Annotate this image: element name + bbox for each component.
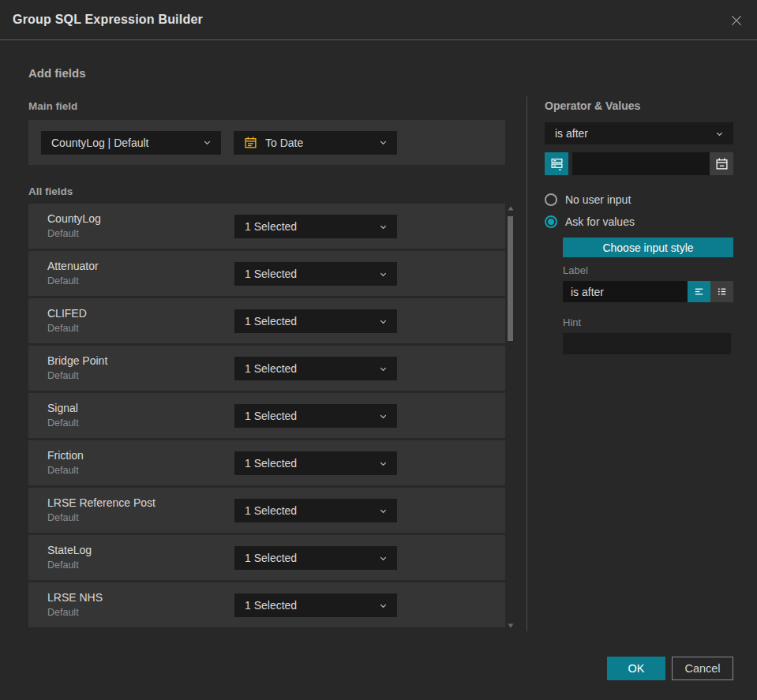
calendar-icon bbox=[244, 136, 257, 149]
chevron-down-icon bbox=[379, 223, 388, 231]
field-selected-dropdown[interactable]: 1 Selected bbox=[234, 215, 397, 238]
main-field-label: Main field bbox=[28, 100, 505, 112]
add-fields-heading: Add fields bbox=[28, 66, 86, 80]
radio-icon bbox=[545, 193, 557, 206]
field-row: LRSE Reference Post Default 1 Selected bbox=[28, 488, 505, 533]
operator-values-panel: Operator & Values is after bbox=[545, 95, 733, 354]
field-row: LRSE NHS Default 1 Selected bbox=[28, 582, 505, 627]
radio-icon bbox=[545, 215, 557, 228]
fields-panel: Main field CountyLog | Default bbox=[28, 95, 505, 630]
main-field-select[interactable]: CountyLog | Default bbox=[41, 131, 221, 155]
chevron-down-icon bbox=[379, 554, 388, 563]
all-fields-label: All fields bbox=[28, 185, 505, 197]
group-sql-expression-builder-dialog: Group SQL Expression Builder Add fields … bbox=[0, 0, 757, 700]
field-row: CLIFED Default 1 Selected bbox=[28, 298, 505, 343]
label-input[interactable] bbox=[563, 281, 688, 302]
field-selected-value: 1 Selected bbox=[245, 220, 297, 233]
field-selected-dropdown[interactable]: 1 Selected bbox=[234, 546, 397, 570]
chevron-down-icon bbox=[379, 270, 388, 279]
scroll-down-icon[interactable] bbox=[507, 623, 514, 629]
chevron-down-icon bbox=[203, 138, 212, 147]
chevron-down-icon bbox=[379, 459, 388, 468]
close-icon[interactable] bbox=[727, 11, 746, 30]
main-field-select-value: CountyLog | Default bbox=[51, 137, 149, 149]
field-selected-dropdown[interactable]: 1 Selected bbox=[234, 309, 397, 333]
field-selected-value: 1 Selected bbox=[245, 504, 297, 517]
operator-select[interactable]: is after bbox=[545, 122, 733, 144]
single-line-style-icon[interactable] bbox=[688, 281, 710, 302]
value-type-icon[interactable] bbox=[545, 152, 568, 175]
radio-option[interactable]: No user input bbox=[545, 193, 733, 206]
hint-label: Hint bbox=[563, 316, 733, 328]
main-field-box: CountyLog | Default bbox=[28, 120, 505, 165]
field-selected-dropdown[interactable]: 1 Selected bbox=[234, 404, 397, 428]
list-style-icon[interactable] bbox=[710, 281, 733, 302]
all-fields-list: CountyLog Default 1 Selected Attenuator … bbox=[28, 204, 505, 627]
date-value-row bbox=[545, 152, 733, 175]
panel-divider bbox=[527, 96, 527, 631]
dialog-header: Group SQL Expression Builder bbox=[0, 0, 757, 40]
calendar-picker-icon[interactable] bbox=[710, 152, 733, 175]
field-selected-dropdown[interactable]: 1 Selected bbox=[234, 593, 397, 617]
field-type-select[interactable]: To Date bbox=[234, 131, 397, 155]
user-input-radio-group: No user input Ask for values bbox=[545, 193, 733, 228]
field-row: Attenuator Default 1 Selected bbox=[28, 251, 505, 296]
field-selected-dropdown[interactable]: 1 Selected bbox=[234, 451, 397, 475]
chevron-down-icon bbox=[379, 365, 388, 373]
choose-input-style-button[interactable]: Choose input style bbox=[563, 238, 733, 257]
field-selected-value: 1 Selected bbox=[245, 457, 297, 470]
field-selected-value: 1 Selected bbox=[245, 599, 297, 612]
field-selected-dropdown[interactable]: 1 Selected bbox=[234, 262, 397, 286]
field-selected-value: 1 Selected bbox=[245, 410, 297, 422]
dialog-footer: OK Cancel bbox=[607, 657, 733, 680]
operator-values-heading: Operator & Values bbox=[545, 99, 733, 112]
chevron-down-icon bbox=[379, 507, 388, 515]
field-row: StateLog Default 1 Selected bbox=[28, 535, 505, 580]
field-row: CountyLog Default 1 Selected bbox=[28, 204, 505, 249]
chevron-down-icon bbox=[715, 129, 724, 138]
radio-option[interactable]: Ask for values bbox=[545, 215, 733, 228]
chevron-down-icon bbox=[379, 138, 388, 147]
field-selected-value: 1 Selected bbox=[245, 268, 297, 280]
field-row: Signal Default 1 Selected bbox=[28, 393, 505, 438]
field-selected-dropdown[interactable]: 1 Selected bbox=[234, 357, 397, 380]
label-label: Label bbox=[563, 264, 733, 276]
hint-input[interactable] bbox=[563, 333, 731, 354]
scrollbar-thumb[interactable] bbox=[508, 216, 513, 341]
dialog-title: Group SQL Expression Builder bbox=[13, 13, 203, 27]
field-type-select-value: To Date bbox=[265, 137, 303, 149]
chevron-down-icon bbox=[379, 317, 388, 326]
scroll-up-icon[interactable] bbox=[507, 205, 514, 211]
radio-option-label: No user input bbox=[565, 193, 631, 206]
field-selected-dropdown[interactable]: 1 Selected bbox=[234, 499, 397, 522]
label-row bbox=[563, 281, 733, 302]
field-selected-value: 1 Selected bbox=[245, 362, 297, 375]
field-selected-value: 1 Selected bbox=[245, 315, 297, 328]
chevron-down-icon bbox=[379, 601, 388, 610]
ok-button[interactable]: OK bbox=[607, 657, 665, 680]
operator-select-value: is after bbox=[555, 127, 588, 140]
cancel-button[interactable]: Cancel bbox=[672, 657, 733, 680]
date-value-input[interactable] bbox=[572, 152, 710, 175]
fields-scrollbar[interactable] bbox=[506, 204, 515, 632]
field-row: Friction Default 1 Selected bbox=[28, 440, 505, 485]
chevron-down-icon bbox=[379, 412, 388, 421]
field-row: Bridge Point Default 1 Selected bbox=[28, 346, 505, 391]
radio-option-label: Ask for values bbox=[565, 215, 635, 228]
field-selected-value: 1 Selected bbox=[245, 552, 297, 564]
